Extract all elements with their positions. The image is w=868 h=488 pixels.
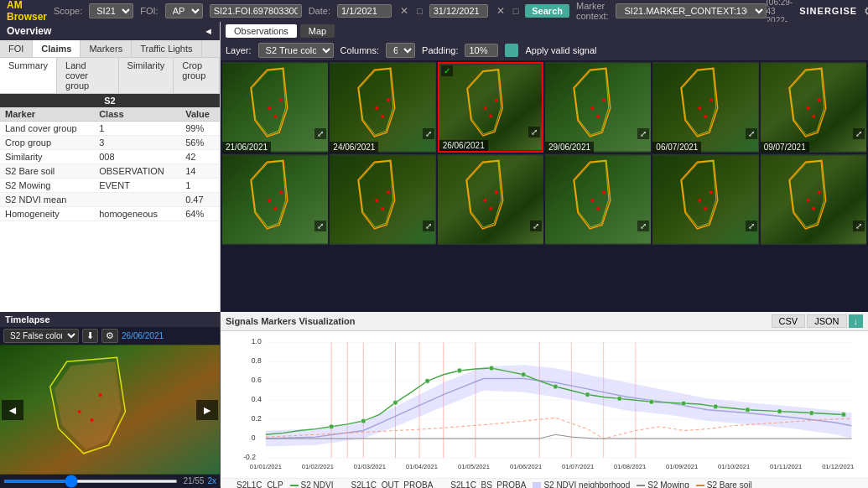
expand-icon[interactable]: ⤢: [637, 221, 649, 231]
date-to-input[interactable]: [429, 4, 488, 18]
image-cell[interactable]: 09/07/2021⤢: [761, 62, 866, 153]
svg-point-112: [585, 392, 590, 397]
tab-markers[interactable]: Markers: [81, 40, 132, 57]
scope-label: Scope:: [54, 6, 82, 16]
timelapse-prev-btn[interactable]: ◄: [2, 400, 23, 420]
foi-type-select[interactable]: AP: [165, 3, 203, 18]
tab-map[interactable]: Map: [300, 24, 335, 38]
legend-label: S2L1C_CLP: [236, 480, 283, 488]
timelapse-footer: 21/55 2x: [0, 475, 220, 487]
chart-buttons: CSV JSON ↓: [772, 314, 863, 328]
image-cell[interactable]: ✓26/06/2021⤢: [438, 62, 543, 153]
image-cell[interactable]: ⤢: [438, 154, 543, 245]
collapse-button[interactable]: ◄: [204, 26, 213, 36]
overview-title: Overview: [7, 25, 51, 37]
subtab-land-cover[interactable]: Land cover group: [57, 58, 119, 93]
timelapse-speed[interactable]: 2x: [207, 476, 216, 485]
apply-check[interactable]: [505, 44, 518, 57]
expand-icon[interactable]: ⤢: [423, 221, 434, 231]
table-row: S2 MowingEVENT1: [0, 179, 220, 193]
col-class: Class: [94, 107, 180, 122]
table-row: Homogeneityhomogeneous64%: [0, 207, 220, 221]
date-from-clear[interactable]: ✕: [398, 5, 410, 17]
timelapse-layer-select[interactable]: S2 False color v2: [3, 329, 79, 343]
image-cell[interactable]: ⤢: [761, 154, 866, 245]
image-cell[interactable]: 24/06/2021⤢: [330, 62, 435, 153]
image-cell[interactable]: ⤢: [545, 154, 651, 245]
expand-icon[interactable]: ⤢: [746, 221, 757, 231]
date-to-clear[interactable]: ✕: [495, 5, 507, 17]
svg-text:0.6: 0.6: [252, 376, 262, 384]
svg-point-69: [806, 199, 809, 202]
expand-icon[interactable]: ⤢: [423, 128, 434, 139]
svg-point-9: [376, 106, 379, 110]
chart-panel: Signals Markers Visualization CSV JSON ↓…: [221, 312, 868, 486]
columns-select[interactable]: 6: [386, 43, 415, 58]
svg-text:01/02/2021: 01/02/2021: [302, 463, 334, 470]
sub-tabs-row: Summary Land cover group Similarity Crop…: [0, 58, 220, 94]
svg-point-117: [746, 408, 751, 413]
image-cell[interactable]: ⤢: [652, 154, 758, 245]
image-cell[interactable]: ⤢: [330, 154, 435, 245]
tab-observations[interactable]: Observations: [226, 24, 297, 38]
marker-context-select[interactable]: SI21.MARKER_CONTEXT:130 02/11/2021: [616, 3, 767, 18]
tab-foi[interactable]: FOI: [0, 40, 33, 57]
expand-icon[interactable]: ⤢: [853, 128, 865, 139]
timelapse-download-btn[interactable]: ⬇: [82, 329, 98, 343]
image-cell[interactable]: ⤢: [222, 154, 328, 245]
svg-point-41: [279, 190, 283, 194]
date-from-input[interactable]: [337, 4, 392, 18]
table-row: S2 NDVI mean0.47: [0, 193, 220, 207]
svg-text:01/12/2021: 01/12/2021: [822, 463, 854, 470]
tab-traffic-lights[interactable]: Traffic Lights: [132, 40, 201, 57]
svg-text:01/06/2021: 01/06/2021: [510, 463, 542, 470]
layer-label: Layer:: [226, 45, 252, 55]
expand-icon[interactable]: ⤢: [853, 221, 865, 231]
image-cell[interactable]: 06/07/2021⤢: [652, 62, 758, 153]
expand-icon[interactable]: ⤢: [314, 128, 326, 139]
foi-id-input[interactable]: [210, 4, 302, 18]
json-button[interactable]: JSON: [807, 314, 846, 328]
svg-point-52: [489, 207, 492, 210]
svg-point-47: [387, 190, 390, 194]
selected-indicator: ✓: [441, 65, 453, 76]
search-button[interactable]: Search: [525, 4, 569, 18]
chart-header: Signals Markers Visualization CSV JSON ↓: [221, 312, 868, 331]
svg-rect-12: [439, 65, 542, 150]
csv-button[interactable]: CSV: [772, 314, 806, 328]
image-cell[interactable]: 21/06/2021⤢: [222, 62, 328, 153]
legend-label: S2 Bare soil: [707, 480, 752, 488]
image-cell[interactable]: 29/06/2021⤢: [545, 62, 651, 153]
padding-label: Padding:: [422, 45, 458, 55]
settings-icon[interactable]: ⚙: [864, 4, 868, 18]
expand-icon[interactable]: ⤢: [314, 221, 326, 231]
padding-input[interactable]: [465, 44, 498, 57]
subtab-summary[interactable]: Summary: [0, 58, 57, 93]
svg-rect-42: [330, 156, 435, 244]
timelapse-next-btn[interactable]: ►: [196, 400, 218, 420]
svg-point-28: [704, 115, 708, 118]
timelapse-slider[interactable]: [3, 480, 178, 483]
tab-claims[interactable]: Claims: [33, 40, 81, 57]
expand-icon[interactable]: ⤢: [530, 221, 542, 231]
timelapse-frame-info: 21/55: [183, 476, 204, 485]
subtab-similarity[interactable]: Similarity: [119, 58, 174, 93]
subtab-crop-group[interactable]: Crop group: [174, 58, 220, 93]
svg-rect-48: [438, 156, 543, 244]
expand-icon[interactable]: ⤢: [746, 128, 757, 139]
legend-label: S2L1C_OUT_PROBA: [351, 480, 434, 488]
download-button[interactable]: ↓: [849, 314, 864, 328]
legend-item: S2 Bare soil: [696, 480, 752, 488]
expand-icon[interactable]: ⤢: [637, 128, 649, 139]
date-separator: □: [417, 6, 423, 16]
bottom-section: Timelapse S2 False color v2 ⬇ ⚙ 26/06/20…: [0, 312, 868, 486]
scope-select[interactable]: SI21: [89, 3, 133, 18]
svg-point-15: [483, 106, 486, 110]
chart-title: Signals Markers Visualization: [226, 316, 355, 326]
svg-point-45: [376, 199, 379, 202]
timelapse-config-btn[interactable]: ⚙: [101, 329, 118, 343]
expand-icon[interactable]: ⤢: [528, 127, 540, 138]
svg-point-120: [841, 413, 846, 418]
layer-select[interactable]: S2 True color: [258, 43, 334, 58]
svg-point-63: [699, 199, 702, 202]
